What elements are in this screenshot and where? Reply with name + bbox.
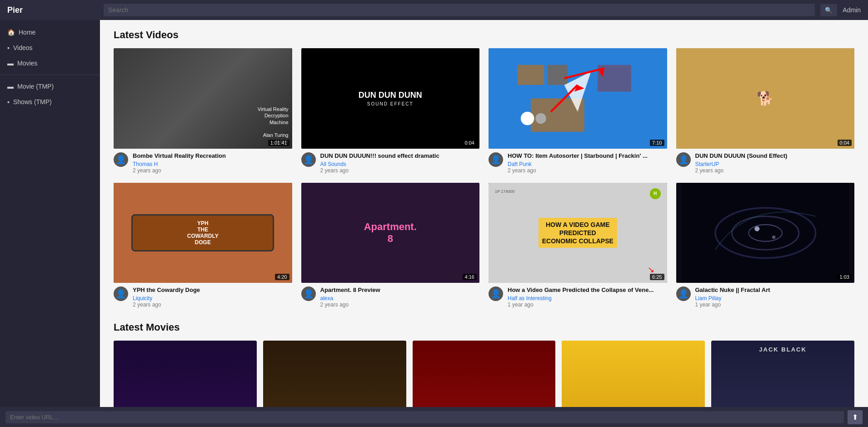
video-channel: All Sounds xyxy=(320,161,480,167)
video-channel: StarterUP xyxy=(695,161,855,167)
topbar: Pier 🔍 Admin xyxy=(0,0,868,20)
video-duration: 1:03 xyxy=(838,274,852,280)
video-url-input[interactable] xyxy=(5,411,844,423)
avatar: 👤 xyxy=(489,152,503,167)
video-date: 2 years ago xyxy=(133,301,292,308)
starbound-thumbnail-svg xyxy=(506,58,649,139)
video-card-videogame[interactable]: 1P 174000 H HOW A VIDEO GAMEPREDICTEDECO… xyxy=(489,183,667,308)
video-duration: 4:20 xyxy=(275,274,289,280)
video-date: 1 year ago xyxy=(508,301,667,308)
sidebar-item-videos[interactable]: ▪ Videos xyxy=(0,40,100,55)
video-info: 👤 YPH the Cowardly Doge Liquicity 2 year… xyxy=(114,286,292,308)
sidebar-item-movie-tmp[interactable]: ▬ Movie (TMP) xyxy=(0,79,100,94)
video-info: 👤 Galactic Nuke || Fractal Art Liam Pill… xyxy=(676,286,855,308)
video-duration: 7:10 xyxy=(650,140,664,146)
avatar: 👤 xyxy=(676,152,691,167)
video-title: YPH the Cowardly Doge xyxy=(133,286,292,294)
video-info: 👤 Bombe Virtual Reality Recreation Thoma… xyxy=(114,152,292,174)
movie-card-pineapple[interactable]: SETH ROGEN JAMES FRANCO PINEAPPLEEXPRESS… xyxy=(413,341,556,407)
video-card-starbound[interactable]: 7:10 👤 HOW TO: Item Autosorter | Starbou… xyxy=(489,48,667,174)
video-meta: How a Video Game Predicted the Collapse … xyxy=(508,286,667,308)
video-info: 👤 Apartment. 8 Preview alexa 2 years ago xyxy=(301,286,480,308)
movie-card-austin[interactable]: MIKE MYERS xyxy=(562,341,705,407)
video-card-dundun2[interactable]: 🐕 0:04 👤 DUN DUN DUUUN (Sound Effect) St… xyxy=(676,48,855,174)
video-info: 👤 How a Video Game Predicted the Collaps… xyxy=(489,286,667,308)
svg-rect-1 xyxy=(518,65,544,85)
video-card-bombe[interactable]: Virtual RealityDecryptionMachineAlan Tur… xyxy=(114,48,292,174)
sidebar-item-shows-tmp[interactable]: ▪ Shows (TMP) xyxy=(0,94,100,110)
search-button[interactable]: 🔍 xyxy=(820,4,837,16)
video-card-dundun1[interactable]: DUN DUN DUNN SOUND EFFECT 0:04 👤 DUN DUN… xyxy=(301,48,480,174)
video-date: 1 year ago xyxy=(695,301,855,308)
movie-card-avengers[interactable] xyxy=(114,341,257,407)
video-duration: 0:04 xyxy=(463,140,477,146)
video-duration: 4:16 xyxy=(463,274,477,280)
video-channel: alexa xyxy=(320,295,480,301)
avatar: 👤 xyxy=(114,152,128,167)
search-input[interactable] xyxy=(104,4,815,16)
svg-point-11 xyxy=(536,113,547,124)
video-title: Galactic Nuke || Fractal Art xyxy=(695,286,855,294)
avatar: 👤 xyxy=(489,286,503,301)
video-info: 👤 HOW TO: Item Autosorter | Starbound | … xyxy=(489,152,667,174)
video-channel: Liquicity xyxy=(133,295,292,301)
sidebar: 🏠 Home ▪ Videos ▬ Movies ▬ Movie (TMP) ▪… xyxy=(0,20,100,407)
video-title: Apartment. 8 Preview xyxy=(320,286,480,294)
avatar: 👤 xyxy=(114,286,128,301)
app-logo: Pier xyxy=(7,5,98,15)
video-channel: Half as Interesting xyxy=(508,295,667,301)
video-card-apartment[interactable]: Apartment.8 4:16 👤 Apartment. 8 Preview … xyxy=(301,183,480,308)
video-meta: DUN DUN DUUUN!!! sound effect dramatic A… xyxy=(320,152,480,174)
movies-icon: ▬ xyxy=(7,60,14,67)
sidebar-item-home[interactable]: 🏠 Home xyxy=(0,25,100,40)
video-meta: HOW TO: Item Autosorter | Starbound | Fr… xyxy=(508,152,667,174)
sidebar-item-label: Movie (TMP) xyxy=(17,83,54,90)
avatar: 👤 xyxy=(676,286,691,301)
video-channel: Thomas H xyxy=(133,161,292,167)
video-channel: Liam Pillay xyxy=(695,295,855,301)
svg-rect-12 xyxy=(682,183,849,283)
video-duration: 6:25 xyxy=(650,274,664,280)
avatar: 👤 xyxy=(301,152,316,167)
movie-card-braveheart[interactable] xyxy=(263,341,406,407)
sidebar-divider xyxy=(0,75,100,75)
svg-rect-2 xyxy=(548,65,568,85)
video-meta: Galactic Nuke || Fractal Art Liam Pillay… xyxy=(695,286,855,308)
layout: 🏠 Home ▪ Videos ▬ Movies ▬ Movie (TMP) ▪… xyxy=(0,20,868,407)
sidebar-item-label: Videos xyxy=(13,44,33,51)
video-card-fractal[interactable]: 1:03 👤 Galactic Nuke || Fractal Art Liam… xyxy=(676,183,855,308)
video-channel: Daft Punk xyxy=(508,161,667,167)
movie-card-jackblack[interactable]: JACK BLACK xyxy=(711,341,854,407)
avatar: 👤 xyxy=(301,286,316,301)
sidebar-item-label: Movies xyxy=(17,60,37,67)
svg-point-16 xyxy=(754,226,759,231)
video-title: DUN DUN DUUUN!!! sound effect dramatic xyxy=(320,152,480,160)
user-label: Admin xyxy=(843,6,861,14)
video-date: 2 years ago xyxy=(508,167,667,174)
bottombar: ⬆ xyxy=(0,407,868,427)
video-meta: Apartment. 8 Preview alexa 2 years ago xyxy=(320,286,480,308)
latest-videos-title: Latest Videos xyxy=(114,29,854,41)
sidebar-item-label: Shows (TMP) xyxy=(13,98,52,105)
svg-point-17 xyxy=(772,236,775,239)
upload-button[interactable]: ⬆ xyxy=(848,410,863,424)
video-date: 2 years ago xyxy=(320,167,480,174)
video-title: Bombe Virtual Reality Recreation xyxy=(133,152,292,160)
video-title: DUN DUN DUUUN (Sound Effect) xyxy=(695,152,855,160)
home-icon: 🏠 xyxy=(7,29,15,36)
latest-movies-title: Latest Movies xyxy=(114,322,854,333)
video-title: How a Video Game Predicted the Collapse … xyxy=(508,286,667,294)
svg-point-10 xyxy=(521,112,534,125)
video-info: 👤 DUN DUN DUUUN (Sound Effect) StarterUP… xyxy=(676,152,855,174)
fractal-thumbnail-svg xyxy=(676,183,855,283)
videos-icon: ▪ xyxy=(7,44,10,51)
video-date: 2 years ago xyxy=(133,167,292,174)
video-duration: 0:04 xyxy=(838,140,852,146)
upload-icon: ⬆ xyxy=(852,413,858,421)
video-duration: 1:01:41 xyxy=(268,140,289,146)
video-grid: Virtual RealityDecryptionMachineAlan Tur… xyxy=(114,48,854,308)
sidebar-item-movies[interactable]: ▬ Movies xyxy=(0,55,100,71)
video-card-yph[interactable]: YPHTHECOWARDLYDOGE 4:20 👤 YPH the Coward… xyxy=(114,183,292,308)
video-date: 2 years ago xyxy=(695,167,855,174)
video-info: 👤 DUN DUN DUUUN!!! sound effect dramatic… xyxy=(301,152,480,174)
